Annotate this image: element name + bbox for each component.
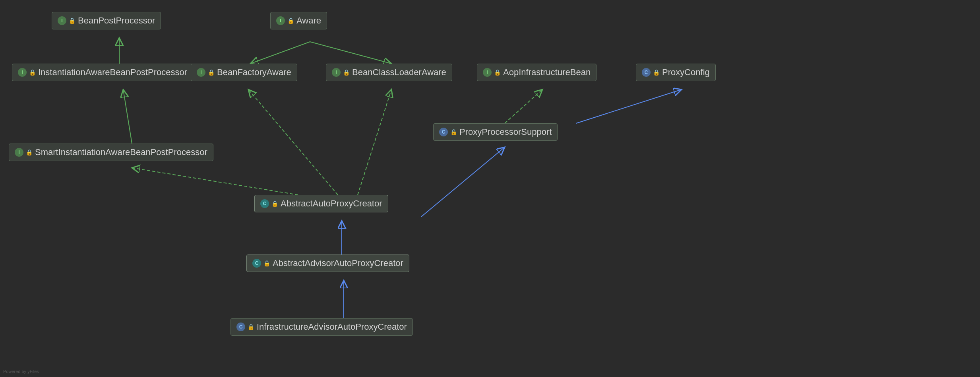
class-abstract-icon: C xyxy=(260,199,269,208)
interface-icon: I xyxy=(276,16,285,25)
arrows-svg xyxy=(0,0,980,377)
interface-icon: I xyxy=(197,68,205,77)
class-icon: C xyxy=(439,128,448,136)
interface-icon: I xyxy=(332,68,341,77)
svg-line-12 xyxy=(576,89,682,123)
node-smart-instantiation[interactable]: I 🔒 SmartInstantiationAwareBeanPostProce… xyxy=(9,144,213,161)
lock-icon: 🔒 xyxy=(263,260,270,266)
svg-line-10 xyxy=(358,89,391,195)
diagram-container: I 🔒 BeanPostProcessor I 🔒 Aware I 🔒 Inst… xyxy=(0,0,980,377)
node-abstract-advisor-auto-proxy[interactable]: C 🔒 AbstractAdvisorAutoProxyCreator xyxy=(246,255,409,272)
node-infrastructure-advisor[interactable]: C 🔒 InfrastructureAdvisorAutoProxyCreato… xyxy=(230,318,413,336)
lock-icon: 🔒 xyxy=(450,129,457,135)
node-proxy-processor-support[interactable]: C 🔒 ProxyProcessorSupport xyxy=(433,123,558,141)
node-abstract-auto-proxy[interactable]: C 🔒 AbstractAutoProxyCreator xyxy=(254,195,388,212)
node-beanpostprocessor[interactable]: I 🔒 BeanPostProcessor xyxy=(52,12,161,29)
node-label: ProxyProcessorSupport xyxy=(459,127,552,137)
class-icon: C xyxy=(642,68,651,77)
lock-icon: 🔒 xyxy=(287,17,294,24)
svg-line-5 xyxy=(250,42,310,64)
svg-line-8 xyxy=(132,168,298,195)
node-label: BeanClassLoaderAware xyxy=(352,67,446,78)
svg-line-6 xyxy=(310,42,391,64)
node-instantiation-aware[interactable]: I 🔒 InstantiationAwareBeanPostProcessor xyxy=(12,64,193,81)
node-label: SmartInstantiationAwareBeanPostProcessor xyxy=(35,147,207,157)
interface-icon: I xyxy=(15,148,23,157)
interface-icon: I xyxy=(18,68,27,77)
lock-icon: 🔒 xyxy=(29,69,36,76)
node-label: AbstractAdvisorAutoProxyCreator xyxy=(273,258,403,268)
lock-icon: 🔒 xyxy=(208,69,215,76)
watermark: Powered by yFiles xyxy=(3,369,39,374)
node-aware[interactable]: I 🔒 Aware xyxy=(270,12,327,29)
node-aop-infrastructure[interactable]: I 🔒 AopInfrastructureBean xyxy=(477,64,597,81)
lock-icon: 🔒 xyxy=(653,69,660,76)
svg-line-7 xyxy=(123,89,132,144)
node-label: InstantiationAwareBeanPostProcessor xyxy=(38,67,187,78)
interface-icon: I xyxy=(58,16,66,25)
node-label: BeanPostProcessor xyxy=(78,16,155,26)
interface-icon: I xyxy=(483,68,492,77)
node-label: AopInfrastructureBean xyxy=(503,67,591,78)
node-proxy-config[interactable]: C 🔒 ProxyConfig xyxy=(636,64,716,81)
node-label: InfrastructureAdvisorAutoProxyCreator xyxy=(257,322,407,332)
node-label: Aware xyxy=(296,16,321,26)
svg-line-9 xyxy=(248,89,338,195)
lock-icon: 🔒 xyxy=(26,149,33,155)
node-label: BeanFactoryAware xyxy=(217,67,291,78)
node-beanfactory-aware[interactable]: I 🔒 BeanFactoryAware xyxy=(191,64,297,81)
lock-icon: 🔒 xyxy=(248,324,254,330)
svg-line-13 xyxy=(421,147,505,217)
class-icon: C xyxy=(236,323,245,331)
lock-icon: 🔒 xyxy=(271,200,278,207)
lock-icon: 🔒 xyxy=(494,69,501,76)
svg-line-11 xyxy=(505,89,542,123)
class-abstract-icon: C xyxy=(252,259,261,268)
lock-icon: 🔒 xyxy=(343,69,350,76)
node-beanclassloader-aware[interactable]: I 🔒 BeanClassLoaderAware xyxy=(326,64,452,81)
lock-icon: 🔒 xyxy=(69,17,76,24)
node-label: AbstractAutoProxyCreator xyxy=(281,198,382,209)
node-label: ProxyConfig xyxy=(662,67,710,78)
